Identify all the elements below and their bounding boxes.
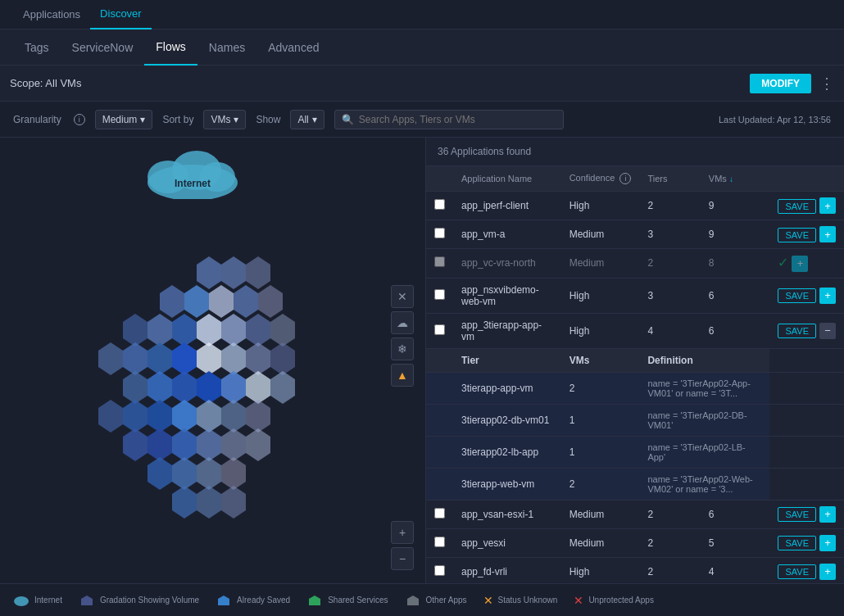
granularity-info-icon[interactable]: i — [74, 114, 85, 125]
confidence-info-icon[interactable]: i — [619, 173, 631, 184]
app-name-cell[interactable]: app_3tierapp-app-vm — [453, 313, 561, 348]
row-checkbox[interactable] — [434, 537, 445, 547]
table-row: app_nsxvibdemo-web-vmHigh36SAVE+ — [426, 278, 844, 313]
svg-marker-22 — [147, 342, 172, 375]
scope-bar: Scope: All VMs MODIFY ⋮ — [0, 66, 844, 102]
saved-check-icon: ✓ — [778, 256, 788, 270]
app-name-cell[interactable]: app_fd-vrli — [453, 557, 561, 586]
add-app-button[interactable]: + — [819, 564, 836, 580]
save-app-button[interactable]: SAVE — [778, 228, 816, 242]
show-select[interactable]: All ▾ — [290, 110, 324, 129]
row-checkbox[interactable] — [434, 228, 445, 238]
action-cell: SAVE+ — [769, 278, 844, 313]
top-nav-applications[interactable]: Applications — [13, 0, 90, 29]
confidence-header[interactable]: Confidence i — [561, 166, 640, 192]
app-name-cell[interactable]: app_vc-vra-north — [453, 249, 561, 279]
tab-flows[interactable]: Flows — [144, 29, 197, 66]
add-app-button[interactable]: + — [819, 226, 836, 242]
save-app-button[interactable]: SAVE — [778, 536, 816, 550]
alert-map-btn[interactable]: ▲ — [391, 364, 414, 387]
save-app-button[interactable]: SAVE — [778, 199, 816, 214]
add-app-button[interactable]: + — [819, 288, 836, 304]
legend-gradation: Gradation Showing Volume — [79, 595, 199, 606]
svg-marker-53 — [197, 486, 221, 519]
zoom-in-btn[interactable]: + — [391, 521, 414, 544]
app-name-cell[interactable]: app_vsan-esxi-1 — [453, 500, 561, 528]
scope-label: Scope: All VMs — [10, 77, 750, 89]
modify-button[interactable]: MODIFY — [750, 74, 811, 93]
svg-marker-59 — [407, 596, 419, 605]
row-checkbox[interactable] — [434, 256, 445, 267]
row-checkbox[interactable] — [434, 199, 445, 210]
search-box[interactable]: 🔍 — [334, 110, 564, 129]
legend-internet: Internet — [13, 595, 62, 606]
app-name-header[interactable]: Application Name — [453, 166, 561, 192]
options-menu-icon[interactable]: ⋮ — [819, 75, 834, 93]
save-app-button[interactable]: SAVE — [778, 564, 816, 579]
show-label: Show — [256, 114, 280, 125]
table-row: app_vsan-esxi-1Medium26SAVE+ — [426, 500, 844, 528]
collapse-app-button[interactable]: − — [819, 323, 836, 339]
confidence-cell: Medium — [561, 528, 640, 557]
snowflake-map-btn[interactable]: ❄ — [391, 337, 414, 360]
app-name-cell[interactable]: app_nsxvibdemo-web-vm — [453, 278, 561, 313]
search-input[interactable] — [359, 114, 556, 125]
row-checkbox[interactable] — [434, 565, 445, 576]
save-app-button[interactable]: SAVE — [778, 288, 816, 303]
vms-cell: 9 — [701, 192, 770, 220]
tier-data-row: 3tierapp02-lb-app1name = '3TierApp02-LB-… — [426, 436, 844, 468]
app-found-header: 36 Applications found — [426, 138, 844, 166]
save-app-button[interactable]: SAVE — [778, 324, 816, 338]
tiers-header[interactable]: Tiers — [639, 166, 700, 192]
tab-servicenow[interactable]: ServiceNow — [61, 29, 145, 66]
zoom-out-btn[interactable]: − — [391, 547, 414, 570]
tab-advanced[interactable]: Advanced — [256, 29, 330, 66]
action-cell: SAVE+ — [769, 192, 844, 220]
svg-marker-7 — [246, 256, 270, 289]
svg-marker-37 — [147, 400, 172, 433]
tiers-cell: 3 — [639, 220, 700, 249]
granularity-select[interactable]: Medium ▾ — [95, 110, 153, 129]
svg-marker-27 — [270, 342, 295, 375]
add-app-button[interactable]: + — [819, 197, 836, 214]
plus-icon: + — [399, 526, 406, 539]
close-icon: ✕ — [397, 290, 407, 303]
top-nav-discover[interactable]: Discover — [90, 0, 152, 29]
cloud-map-btn[interactable]: ☁ — [391, 311, 414, 334]
svg-marker-42 — [123, 428, 147, 461]
svg-marker-30 — [172, 371, 197, 404]
close-map-btn[interactable]: ✕ — [391, 285, 414, 308]
confidence-cell: Medium — [561, 220, 640, 249]
add-app-button[interactable]: + — [819, 535, 836, 551]
svg-marker-52 — [172, 486, 197, 519]
legend-bar: Internet Gradation Showing Volume Alread… — [0, 583, 844, 616]
svg-marker-43 — [147, 428, 172, 461]
confidence-cell: High — [561, 313, 640, 348]
sort-by-select[interactable]: VMs ▾ — [203, 110, 246, 129]
tab-tags[interactable]: Tags — [13, 29, 61, 66]
confidence-cell: Medium — [561, 249, 640, 279]
svg-marker-13 — [123, 314, 147, 346]
tab-names[interactable]: Names — [197, 29, 256, 66]
add-app-button[interactable]: + — [819, 506, 836, 523]
svg-marker-47 — [246, 428, 270, 461]
main-content: Internet — [0, 138, 844, 616]
svg-marker-10 — [209, 285, 234, 318]
app-name-cell[interactable]: app_iperf-client — [453, 192, 561, 220]
svg-marker-15 — [172, 314, 197, 346]
vms-header[interactable]: VMs ↓ — [701, 166, 770, 192]
svg-marker-32 — [221, 371, 246, 404]
app-name-cell[interactable]: app_vesxi — [453, 528, 561, 557]
add-app-button[interactable]: + — [792, 256, 808, 272]
row-checkbox[interactable] — [434, 324, 445, 335]
app-name-cell[interactable]: app_vm-a — [453, 220, 561, 249]
row-checkbox[interactable] — [434, 508, 445, 519]
svg-marker-23 — [172, 342, 197, 375]
row-checkbox[interactable] — [434, 289, 445, 300]
confidence-cell: High — [561, 557, 640, 586]
svg-marker-17 — [221, 314, 246, 346]
svg-marker-25 — [221, 342, 246, 375]
save-app-button[interactable]: SAVE — [778, 507, 816, 522]
svg-marker-48 — [147, 457, 172, 490]
svg-marker-46 — [221, 428, 246, 461]
